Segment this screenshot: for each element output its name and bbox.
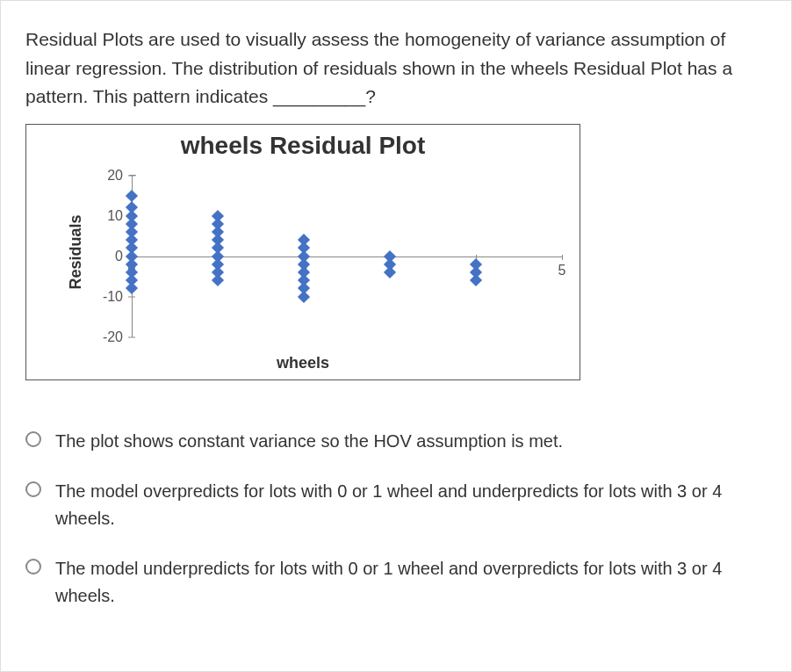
data-point	[126, 190, 138, 202]
y-tick-label: 20	[88, 168, 123, 184]
answer-option[interactable]: The plot shows constant variance so the …	[25, 428, 767, 455]
answer-option[interactable]: The model overpredicts for lots with 0 o…	[25, 478, 767, 532]
x-tick-mark	[562, 255, 563, 260]
answer-option[interactable]: The model underpredicts for lots with 0 …	[25, 555, 767, 610]
chart-title: wheels Residual Plot	[26, 132, 580, 160]
y-tick-label: 0	[88, 249, 123, 264]
y-tick-mark	[128, 336, 135, 337]
question-card: Residual Plots are used to visually asse…	[0, 0, 792, 672]
y-tick-label: -20	[88, 329, 123, 345]
y-tick-mark	[128, 296, 135, 297]
x-axis-line: 012345	[132, 257, 562, 257]
y-tick-mark	[128, 175, 135, 176]
plot-area: -20-1001020012345	[132, 176, 562, 337]
radio-icon[interactable]	[25, 481, 41, 497]
y-tick-label: -10	[88, 289, 123, 305]
question-stem: Residual Plots are used to visually asse…	[25, 25, 767, 112]
radio-icon[interactable]	[25, 559, 41, 574]
x-axis-label: wheels	[26, 354, 580, 372]
x-tick-label: 5	[558, 263, 566, 278]
y-tick-label: 10	[88, 208, 123, 224]
residual-plot-frame: wheels Residual Plot Residuals wheels -2…	[25, 124, 580, 380]
data-point	[298, 291, 310, 303]
radio-icon[interactable]	[25, 431, 41, 447]
option-label: The plot shows constant variance so the …	[55, 428, 563, 455]
answer-options: The plot shows constant variance so the …	[25, 428, 767, 610]
data-point	[126, 282, 138, 294]
option-label: The model overpredicts for lots with 0 o…	[55, 478, 767, 532]
option-label: The model underpredicts for lots with 0 …	[55, 555, 767, 610]
y-axis-label: Residuals	[67, 214, 85, 289]
